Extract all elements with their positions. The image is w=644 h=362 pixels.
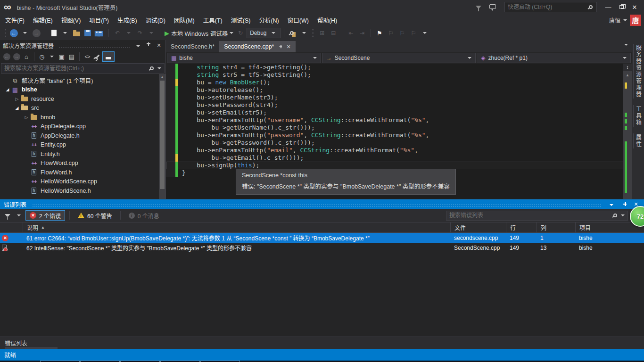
se-pending-chevron[interactable] xyxy=(47,51,57,62)
right-tab-2[interactable]: 属性 xyxy=(633,133,643,148)
se-properties-wrench-icon[interactable] xyxy=(92,51,102,62)
tree-item-3[interactable]: ◢src xyxy=(0,104,165,113)
breakpoint-margin[interactable] xyxy=(166,79,175,86)
user-dropdown-chevron-icon[interactable] xyxy=(623,19,627,21)
save-button[interactable] xyxy=(83,27,93,39)
right-tab-1[interactable]: 工具箱 xyxy=(633,105,643,127)
breakpoint-margin[interactable] xyxy=(166,116,175,124)
tree-item-6[interactable]: hAppDelegate.h xyxy=(0,131,165,140)
search-options-chevron-icon[interactable] xyxy=(621,214,625,216)
code-line-12[interactable]: bu->getEmail().c_str())); xyxy=(166,154,623,162)
navigate-back-chevron[interactable] xyxy=(20,27,30,39)
code-line-4[interactable]: bu->setUserName(str3); xyxy=(166,94,623,101)
filter-funnel-icon[interactable] xyxy=(3,210,12,221)
toolbar-overflow-chevron[interactable] xyxy=(420,27,430,39)
menu-item-11[interactable]: 帮助(H) xyxy=(313,14,341,26)
tree-item-8[interactable]: hEntity.h xyxy=(0,149,165,159)
breakpoint-margin[interactable] xyxy=(166,139,175,147)
nav-member-dropdown[interactable]: ◈ zhuce(Ref * p1) xyxy=(477,53,631,63)
code-line-10[interactable]: bu->getPassword().c_str())); xyxy=(166,139,623,147)
breakpoint-margin[interactable] xyxy=(166,101,175,109)
prev-bookmark-button[interactable]: ⚐ xyxy=(386,27,396,39)
panel-pin-icon[interactable] xyxy=(621,200,627,208)
se-preview-selected-toggle[interactable] xyxy=(102,51,115,62)
error-list-search-box[interactable] xyxy=(446,211,628,221)
code-line-5[interactable]: bu->setPassword(str4); xyxy=(166,101,623,109)
breakpoint-margin[interactable] xyxy=(166,154,175,162)
solution-explorer-search-input[interactable] xyxy=(1,65,150,72)
code-line-13[interactable]: bu->signUp(this); xyxy=(166,162,623,169)
breakpoint-margin[interactable] xyxy=(166,86,175,94)
tree-arrow-icon[interactable]: ◢ xyxy=(13,106,21,110)
step-button[interactable]: ⊟ xyxy=(328,27,339,39)
menu-item-2[interactable]: 视图(V) xyxy=(57,14,85,26)
tree-item-7[interactable]: ++Entity.cpp xyxy=(0,140,165,150)
column-column-header[interactable]: 列 xyxy=(537,222,575,232)
se-home-icon[interactable]: ⌂ xyxy=(22,51,31,62)
search-options-chevron-icon[interactable] xyxy=(157,67,161,69)
messages-filter-button[interactable]: i 0 个消息 xyxy=(125,210,163,221)
code-line-6[interactable]: bu->setEmail(str5); xyxy=(166,109,623,116)
se-sync-active-doc-icon[interactable]: <> xyxy=(83,51,92,62)
undo-chevron[interactable] xyxy=(124,27,134,39)
editor-tab-1[interactable]: SecondScene.cpp*✕ xyxy=(219,41,296,52)
filter-chevron-icon[interactable] xyxy=(14,210,24,221)
solution-explorer-search-box[interactable] xyxy=(1,63,165,74)
tree-item-4[interactable]: ▷bmob xyxy=(0,113,165,122)
code-line-1[interactable]: string str5 = tf5->getString(); xyxy=(166,71,623,79)
navigate-back-button[interactable]: ← xyxy=(8,27,19,39)
errors-filter-button[interactable]: ✕ 2 个错误 xyxy=(25,210,65,221)
tab-close-icon[interactable]: ✕ xyxy=(286,44,290,50)
panel-close-icon[interactable]: ✕ xyxy=(155,42,163,49)
scroll-up-icon[interactable]: ▲ xyxy=(159,75,165,79)
menu-item-6[interactable]: 团队(M) xyxy=(170,14,199,26)
panel-menu-chevron-icon[interactable] xyxy=(134,42,142,48)
code-line-2[interactable]: bu = new BmobUser(); xyxy=(166,79,623,86)
breakpoint-margin[interactable] xyxy=(166,94,175,101)
clear-bookmarks-button[interactable]: ⚐ xyxy=(408,27,419,39)
nav-type-dropdown[interactable]: → SecondScene xyxy=(322,53,476,63)
warnings-filter-button[interactable]: 60 个警告 xyxy=(74,210,116,221)
code-line-11[interactable]: bu->enParamsToHttp("email", CCString::cr… xyxy=(166,147,623,154)
minimize-button[interactable]: — xyxy=(602,2,615,12)
bookmark-button[interactable]: ⚑ xyxy=(374,27,385,39)
error-row-1[interactable]: 62 IntelliSense: "SecondScene *" 类型的实参与 … xyxy=(0,243,644,253)
code-line-9[interactable]: bu->enParamsToHttp("password", CCString:… xyxy=(166,132,623,139)
se-back-icon[interactable]: ← xyxy=(2,51,11,62)
se-show-all-files-icon[interactable]: ▤ xyxy=(67,51,76,62)
user-name[interactable]: 唐恒 xyxy=(609,16,620,24)
nav-project-dropdown[interactable]: ▦ bishe xyxy=(167,53,321,63)
save-all-button[interactable] xyxy=(94,27,105,39)
breakpoint-margin[interactable] xyxy=(166,64,175,71)
tree-arrow-icon[interactable]: ▷ xyxy=(13,97,21,101)
menu-item-7[interactable]: 工具(T) xyxy=(199,14,227,26)
tree-item-1[interactable]: ◢▦bishe xyxy=(0,85,165,95)
menu-item-4[interactable]: 生成(B) xyxy=(113,14,141,26)
solution-tree-scrollbar[interactable]: ▲ xyxy=(159,74,165,199)
restore-button[interactable] xyxy=(615,2,628,12)
menu-item-10[interactable]: 窗口(W) xyxy=(283,14,313,26)
refresh-button[interactable]: ↻ xyxy=(235,27,246,39)
split-editor-handle[interactable]: ↕ xyxy=(623,64,632,71)
breakpoint-margin[interactable] xyxy=(166,124,175,132)
bottom-panel-tab[interactable]: 错误列表 xyxy=(0,337,644,349)
toolbar-grip[interactable] xyxy=(312,29,314,37)
menu-item-1[interactable]: 编辑(E) xyxy=(29,14,57,26)
editor-vertical-scrollbar[interactable]: ↕ ▲ xyxy=(623,64,632,199)
breakpoint-margin[interactable] xyxy=(166,162,175,169)
right-tab-0[interactable]: 服务器资源管理器 xyxy=(633,44,643,99)
attach-button[interactable]: ⊞ xyxy=(317,27,327,39)
panel-menu-chevron-icon[interactable] xyxy=(607,201,616,207)
new-file-chevron[interactable] xyxy=(60,27,70,39)
tree-item-12[interactable]: hHelloWorldScene.h xyxy=(0,186,165,196)
scroll-up-icon[interactable]: ▲ xyxy=(623,73,632,77)
panel-pin-icon[interactable] xyxy=(145,42,152,48)
menu-item-3[interactable]: 项目(P) xyxy=(85,14,113,26)
tab-overflow-chevron-icon[interactable] xyxy=(624,44,628,46)
undo-button[interactable]: ↶ xyxy=(112,27,123,39)
tree-item-5[interactable]: ++AppDelegate.cpp xyxy=(0,122,165,132)
menu-item-5[interactable]: 调试(D) xyxy=(141,14,170,26)
line-column-header[interactable]: 行 xyxy=(506,222,537,232)
code-line-3[interactable]: bu->autorelease(); xyxy=(166,86,623,94)
se-forward-icon[interactable]: → xyxy=(12,51,21,62)
